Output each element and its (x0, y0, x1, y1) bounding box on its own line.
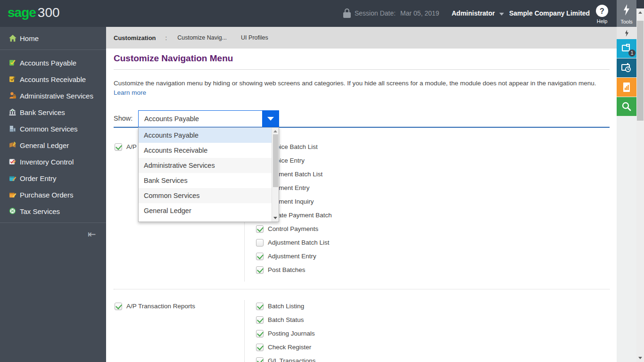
checkbox[interactable] (256, 225, 264, 233)
tools-rail: 1 (617, 27, 636, 362)
screen-row: Posting Journals (256, 329, 315, 337)
sidebar-item-label: Tax Services (20, 207, 60, 215)
dropdown-scrollbar[interactable] (272, 128, 279, 222)
sidebar-item-bank-services[interactable]: Bank Services (0, 104, 106, 120)
sidebar-item-purchase-orders[interactable]: Purchase Orders (0, 187, 106, 203)
screen-row: Adjustment Entry (256, 252, 316, 260)
show-module-value: Accounts Payable (144, 111, 199, 127)
tab-ui-profiles[interactable]: UI Profiles (241, 34, 268, 41)
dropdown-button[interactable] (262, 110, 279, 127)
purchase-orders-icon (8, 190, 17, 199)
checkbox[interactable] (256, 357, 264, 362)
screen-label: Posting Journals (268, 330, 315, 337)
reports-button[interactable] (617, 78, 636, 97)
recent-windows-button[interactable] (617, 58, 636, 77)
dropdown-option[interactable]: Bank Services (139, 173, 272, 188)
checkbox[interactable] (256, 303, 264, 310)
checkbox[interactable] (256, 266, 264, 274)
accounts-payable-icon (8, 58, 17, 67)
window-scrollbar[interactable] (636, 8, 644, 362)
lightning-small-icon (624, 30, 629, 37)
checkbox[interactable] (115, 143, 122, 151)
screen-label: Batch Listing (268, 303, 304, 310)
tools-rail-strip (617, 27, 636, 39)
screen-row: Batch Status (256, 316, 304, 324)
sidebar-item-common-services[interactable]: Common Services (0, 121, 106, 137)
tools-button[interactable]: Tools (617, 0, 636, 27)
checkbox[interactable] (256, 239, 264, 247)
sidebar-item-administrative-services[interactable]: Administrative Services (0, 88, 106, 104)
sidebar-item-label: Home (20, 34, 39, 42)
sage-logo: sage300 (8, 5, 60, 20)
sidebar-item-label: General Ledger (20, 141, 69, 149)
group-divider (114, 289, 610, 289)
tab-customize-navigation[interactable]: Customize Navig... (177, 34, 227, 41)
accounts-receivable-icon (8, 75, 17, 83)
dropdown-option[interactable]: Accounts Payable (139, 128, 272, 143)
scroll-down-icon[interactable] (638, 357, 642, 359)
dropdown-option[interactable]: General Ledger (139, 203, 272, 218)
checkbox[interactable] (256, 344, 264, 351)
order-entry-icon (8, 174, 17, 182)
company-name: Sample Company Limited (509, 9, 590, 17)
sidebar-divider (0, 49, 106, 50)
screen-label: Adjustment Batch List (268, 239, 330, 246)
scrollbar-thumb[interactable] (637, 21, 644, 121)
top-bar: sage300 Session Date: Mar 05, 2019 Admin… (0, 0, 644, 27)
sidebar-item-label: Inventory Control (20, 158, 74, 166)
sidebar-item-general-ledger[interactable]: General Ledger (0, 137, 106, 153)
user-menu[interactable]: Administrator (452, 9, 504, 17)
lightning-icon (622, 4, 631, 16)
sidebar-item-home[interactable]: Home (0, 27, 106, 49)
user-name: Administrator (452, 9, 495, 17)
tax-services-icon (8, 207, 17, 215)
sidebar-item-accounts-payable[interactable]: Accounts Payable (0, 55, 106, 71)
general-ledger-icon (8, 141, 17, 149)
category-row: A/P Transaction Reports (115, 302, 195, 310)
sage300-window: sage300 Session Date: Mar 05, 2019 Admin… (0, 0, 644, 362)
page-description: Customize the navigation menu by hiding … (114, 79, 606, 98)
description-text: Customize the navigation menu by hiding … (114, 80, 596, 87)
sidebar-item-label: Purchase Orders (20, 191, 73, 199)
dropdown-option[interactable]: Accounts Receivable (139, 143, 272, 158)
screen-row: Batch Listing (256, 302, 304, 310)
inventory-control-icon (8, 157, 17, 166)
scroll-up-icon[interactable] (638, 11, 642, 14)
checkbox[interactable] (256, 253, 264, 260)
tools-label: Tools (617, 19, 636, 25)
show-module-dropdown: Accounts Payable Accounts Receivable Adm… (138, 127, 279, 222)
svg-text:?: ? (600, 7, 604, 15)
screen-row: Post Batches (256, 266, 305, 274)
open-windows-button[interactable]: 1 (617, 39, 636, 58)
collapse-sidebar-icon[interactable]: ⇤ (88, 229, 96, 240)
dropdown-option[interactable]: Common Services (139, 188, 272, 203)
breadcrumb-separator: : (165, 34, 167, 41)
screen-label: Post Batches (268, 266, 305, 273)
scrollbar-thumb[interactable] (273, 134, 278, 187)
common-services-icon (8, 124, 17, 133)
sidebar-item-order-entry[interactable]: Order Entry (0, 170, 106, 186)
help-button[interactable]: ? Help (592, 5, 612, 25)
session-lock-icon (343, 8, 351, 18)
sidebar-item-inventory-control[interactable]: Inventory Control (0, 154, 106, 170)
checkbox[interactable] (115, 303, 122, 310)
chevron-down-icon (499, 13, 504, 16)
scroll-down-icon[interactable] (273, 217, 277, 219)
sidebar-item-tax-services[interactable]: Tax Services (0, 203, 106, 219)
screen-label: Adjustment Entry (268, 253, 316, 260)
show-module-select[interactable]: Accounts Payable (138, 110, 279, 127)
sidebar-item-accounts-receivable[interactable]: Accounts Receivable (0, 71, 106, 87)
search-button[interactable] (617, 97, 636, 116)
screen-label: Check Register (268, 344, 311, 351)
bank-services-icon (8, 108, 17, 116)
checkbox[interactable] (256, 316, 264, 324)
scroll-up-icon[interactable] (273, 130, 277, 132)
title-divider (114, 69, 610, 70)
breadcrumb: Customization : Customize Navig... UI Pr… (106, 27, 617, 49)
help-label: Help (592, 18, 612, 24)
show-label: Show: (114, 115, 132, 122)
learn-more-link[interactable]: Learn more (114, 89, 146, 96)
dropdown-option[interactable]: Administrative Services (139, 158, 272, 173)
breadcrumb-root: Customization (114, 34, 156, 41)
checkbox[interactable] (256, 330, 264, 337)
